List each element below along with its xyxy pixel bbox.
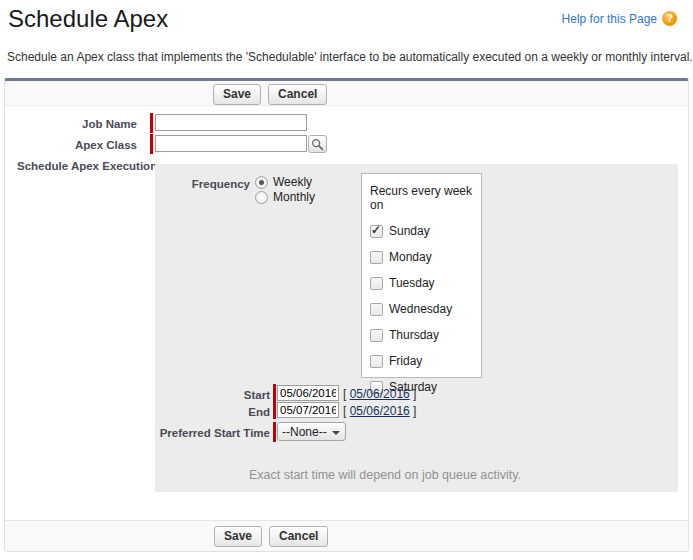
magnifier-icon bbox=[311, 138, 324, 151]
cancel-button-top[interactable]: Cancel bbox=[268, 84, 327, 105]
start-date-today-link[interactable]: 05/06/2016 bbox=[350, 387, 410, 401]
checkbox-icon[interactable] bbox=[370, 355, 383, 368]
weekday-label: Sunday bbox=[389, 224, 430, 238]
bottom-button-bar: Save Cancel bbox=[5, 520, 688, 551]
checkbox-icon[interactable] bbox=[370, 251, 383, 264]
recurs-box: Recurs every week on SundayMondayTuesday… bbox=[361, 173, 482, 378]
queue-activity-note: Exact start time will depend on job queu… bbox=[155, 468, 615, 482]
frequency-option-label: Monthly bbox=[273, 190, 315, 205]
weekday-option[interactable]: Monday bbox=[370, 250, 473, 264]
frequency-options: WeeklyMonthly bbox=[255, 175, 315, 205]
schedule-section-panel: Frequency WeeklyMonthly Recurs every wee… bbox=[155, 164, 678, 492]
start-date-input[interactable] bbox=[277, 385, 339, 401]
weekday-option[interactable]: Tuesday bbox=[370, 276, 473, 290]
end-label: End bbox=[155, 406, 270, 418]
bracket: [ bbox=[343, 387, 350, 401]
weekday-option[interactable]: Sunday bbox=[370, 224, 473, 238]
help-link[interactable]: Help for this Page bbox=[562, 11, 677, 26]
form-panel: Save Cancel Job Name Apex Class Schedule… bbox=[4, 78, 689, 552]
preferred-start-time-select[interactable]: --None-- bbox=[277, 422, 346, 441]
apex-class-input[interactable] bbox=[155, 135, 307, 152]
weekday-option[interactable]: Thursday bbox=[370, 328, 473, 342]
help-icon[interactable] bbox=[662, 11, 677, 26]
chevron-down-icon bbox=[332, 431, 340, 439]
checkbox-icon[interactable] bbox=[370, 329, 383, 342]
start-date-link-wrap: [ 05/06/2016 ] bbox=[343, 387, 416, 401]
save-button-top[interactable]: Save bbox=[213, 84, 261, 105]
save-button-bottom[interactable]: Save bbox=[214, 526, 262, 547]
end-date-input[interactable] bbox=[277, 402, 339, 418]
required-marker bbox=[150, 113, 153, 133]
required-marker bbox=[273, 384, 276, 402]
start-label: Start bbox=[155, 389, 270, 401]
help-link-label[interactable]: Help for this Page bbox=[562, 12, 657, 26]
top-button-bar: Save Cancel bbox=[5, 81, 688, 106]
radio-icon[interactable] bbox=[255, 191, 268, 204]
page-description: Schedule an Apex class that implements t… bbox=[7, 50, 693, 64]
bracket: [ bbox=[343, 404, 350, 418]
weekday-option[interactable]: Wednesday bbox=[370, 302, 473, 316]
bracket: ] bbox=[410, 387, 417, 401]
apex-class-label: Apex Class bbox=[5, 139, 137, 151]
weekday-label: Thursday bbox=[389, 328, 439, 342]
frequency-label: Frequency bbox=[155, 178, 250, 190]
required-marker bbox=[273, 401, 276, 419]
weekday-label: Monday bbox=[389, 250, 432, 264]
checkbox-icon[interactable] bbox=[370, 225, 383, 238]
job-name-input[interactable] bbox=[155, 114, 307, 131]
preferred-start-time-label: Preferred Start Time bbox=[120, 427, 270, 439]
job-name-label: Job Name bbox=[5, 118, 137, 130]
weekday-label: Friday bbox=[389, 354, 422, 368]
checkbox-icon[interactable] bbox=[370, 277, 383, 290]
section-label: Schedule Apex Execution bbox=[17, 160, 157, 172]
required-marker bbox=[150, 134, 153, 154]
required-marker bbox=[273, 422, 276, 442]
frequency-option[interactable]: Monthly bbox=[255, 190, 315, 205]
frequency-option[interactable]: Weekly bbox=[255, 175, 315, 190]
apex-class-lookup-button[interactable] bbox=[308, 135, 327, 153]
end-date-today-link[interactable]: 05/06/2016 bbox=[350, 404, 410, 418]
radio-icon[interactable] bbox=[255, 176, 268, 189]
recurs-title: Recurs every week on bbox=[370, 184, 473, 212]
checkbox-icon[interactable] bbox=[370, 303, 383, 316]
preferred-start-time-value: --None-- bbox=[282, 425, 327, 439]
end-date-link-wrap: [ 05/06/2016 ] bbox=[343, 404, 416, 418]
page-title: Schedule Apex bbox=[8, 5, 168, 33]
weekday-option[interactable]: Friday bbox=[370, 354, 473, 368]
frequency-option-label: Weekly bbox=[273, 175, 312, 190]
weekday-list: SundayMondayTuesdayWednesdayThursdayFrid… bbox=[362, 224, 481, 394]
weekday-label: Wednesday bbox=[389, 302, 452, 316]
cancel-button-bottom[interactable]: Cancel bbox=[269, 526, 328, 547]
weekday-label: Tuesday bbox=[389, 276, 435, 290]
bracket: ] bbox=[410, 404, 417, 418]
